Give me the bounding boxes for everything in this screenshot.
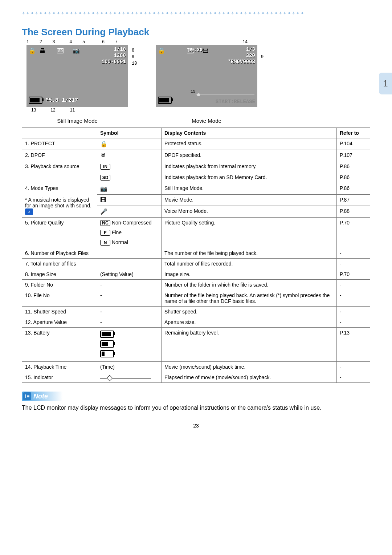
cell: P.87 — [337, 195, 370, 206]
still-folder-file: 100-0001 — [102, 59, 126, 65]
callout-10: 10 — [132, 61, 143, 66]
callout-9b: 9 — [261, 54, 272, 60]
cell: 1. PROTECT — [22, 138, 97, 150]
cell: 3. Playback data source — [22, 161, 97, 183]
callout-5: 5 — [82, 39, 102, 44]
movie-diagram: 14 🔒 SD 🎞 00:30 1/3 320 *RMOV0003 — [144, 39, 269, 124]
fine-label: Fine — [112, 230, 122, 235]
cell: Aperture size. — [162, 317, 337, 328]
callout-2: 2 — [40, 39, 53, 44]
normal-label: Normal — [112, 239, 128, 245]
cell: P.86 — [337, 172, 370, 183]
col-contents: Display Contents — [162, 128, 337, 138]
movie-screen: 🔒 SD 🎞 00:30 1/3 320 *RMOV0003 15 — [156, 45, 257, 107]
table-row: 12. Aperture Value - Aperture size. - — [22, 317, 370, 328]
cell: P.70 — [337, 218, 370, 248]
movie-top-callouts: 14 — [144, 39, 269, 45]
note-icon: !≡ — [23, 392, 31, 400]
callout-11: 11 — [70, 108, 75, 113]
table-row: 9. Folder No - Number of the folder in w… — [22, 280, 370, 290]
cell: P.88 — [337, 206, 370, 218]
fine-badge: F — [100, 230, 110, 236]
callout-14: 14 — [243, 39, 248, 44]
screen-diagrams: 1 2 3 4 5 6 7 🔒 🖶 SD 📷 1/10 — [22, 39, 370, 124]
cell: Picture Quality setting. — [162, 218, 337, 248]
cell: P.107 — [337, 150, 370, 161]
still-mode-icon: 📷 — [100, 186, 107, 192]
table-row: 2. DPOF 🖶 DPOF specified. P.107 — [22, 150, 370, 161]
cell: Movie (movie/sound) playback time. — [162, 362, 337, 372]
cell: P.104 — [337, 138, 370, 150]
cell: Voice Memo Mode. — [162, 206, 337, 218]
callout-7: 7 — [115, 39, 128, 44]
cell-symbol: 📷 — [97, 183, 162, 195]
indicator-knob-icon — [107, 375, 113, 381]
sd-badge: SD — [57, 48, 64, 53]
cell: Indicates playback from internal memory. — [162, 161, 337, 172]
col-refer: Refer to — [337, 128, 370, 138]
page-title: The Screen During Playback — [22, 27, 370, 38]
cell-symbol: - — [97, 280, 162, 290]
header-ornament: ✧✧✧✧✧✧✧✧✧✧✧✧✧✧✧✧✧✧✧✧✧✧✧✧✧✧✧✧✧✧✧✧✧✧✧✧✧✧✧✧… — [22, 11, 370, 16]
cell: 13. Battery — [22, 328, 97, 362]
cell-symbol: 🎞 — [97, 195, 162, 206]
movie-size: 320 — [228, 53, 255, 59]
cell-symbol — [97, 259, 162, 269]
cell: 8. Image Size — [22, 269, 97, 280]
cell: Shutter speed. — [162, 307, 337, 317]
battery-low-icon — [100, 350, 114, 357]
nc-label: Non-Compressed — [112, 220, 152, 226]
movie-file: *RMOV0003 — [228, 59, 255, 65]
camera-icon: 📷 — [73, 47, 80, 54]
cell-symbol: SD — [97, 172, 162, 183]
table-row: 13. Battery Remaining battery level. P.1… — [22, 328, 370, 362]
cell: 6. Number of Playback Files — [22, 248, 97, 259]
table-row: 4. Mode Types * A musical note is displa… — [22, 183, 370, 195]
callout-4: 4 — [69, 39, 82, 44]
protect-icon: 🔒 — [100, 141, 107, 147]
cell: Total number of files recorded. — [162, 259, 337, 269]
protect-icon: 🔒 — [158, 47, 165, 54]
battery-icon — [158, 97, 172, 104]
cell: P.86 — [337, 183, 370, 195]
callout-15: 15 — [191, 89, 195, 94]
cell-symbol — [97, 248, 162, 259]
legend-header-row: Symbol Display Contents Refer to — [22, 128, 370, 138]
page-number: 23 — [22, 423, 370, 429]
dpof-icon: 🖶 — [100, 152, 106, 158]
still-image-diagram: 1 2 3 4 5 6 7 🔒 🖶 SD 📷 1/10 — [22, 39, 133, 124]
cell-text: 4. Mode Types — [25, 185, 58, 191]
cell: The number of the file being played back… — [162, 248, 337, 259]
cell: Remaining battery level. — [162, 328, 337, 362]
col-symbol: Symbol — [97, 128, 162, 138]
table-row: 7. Total number of files Total number of… — [22, 259, 370, 269]
cell: - — [337, 372, 370, 383]
cell-symbol: 🎤 — [97, 206, 162, 218]
manual-page: ✧✧✧✧✧✧✧✧✧✧✧✧✧✧✧✧✧✧✧✧✧✧✧✧✧✧✧✧✧✧✧✧✧✧✧✧✧✧✧✧… — [0, 0, 392, 443]
cell: 15. Indicator — [22, 372, 97, 383]
music-note-icon: ♪ — [25, 208, 33, 215]
cell: - — [337, 280, 370, 290]
callout-9: 9 — [132, 54, 143, 60]
battery-full-icon — [100, 331, 114, 338]
battery-icon — [29, 97, 42, 104]
callout-13: 13 — [31, 108, 36, 113]
table-row: 15. Indicator Elapsed time of movie (mov… — [22, 372, 370, 383]
cell: 9. Folder No — [22, 280, 97, 290]
movie-count: 1/3 — [228, 46, 255, 53]
movie-time: 00:30 — [188, 47, 203, 53]
protect-icon: 🔒 — [29, 47, 36, 54]
cell: - — [337, 259, 370, 269]
still-label: Still Image Mode — [57, 118, 98, 124]
cell: 7. Total number of files — [22, 259, 97, 269]
table-row: 10. File No - Number of the file being p… — [22, 290, 370, 307]
cell: - — [337, 290, 370, 307]
callout-8: 8 — [132, 48, 143, 53]
cell: P.13 — [337, 328, 370, 362]
legend-table: Symbol Display Contents Refer to 1. PROT… — [22, 127, 370, 383]
note-header: !≡ Note — [22, 392, 90, 401]
cell-symbol: 🖶 — [97, 150, 162, 161]
cell: 5. Picture Quality — [22, 218, 97, 248]
movie-icon: 🎞 — [203, 48, 208, 54]
battery-mid-icon — [100, 340, 114, 348]
